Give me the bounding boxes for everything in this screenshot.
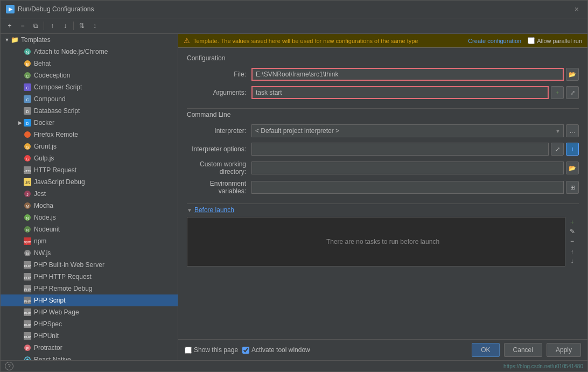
launch-add-button[interactable]: + [566,218,578,227]
tree-item-npm[interactable]: npm npm [1,235,178,247]
tree-item-gulp[interactable]: G Gulp.js [1,152,178,164]
close-button[interactable]: × [571,4,582,15]
before-launch-title[interactable]: Before launch [194,206,234,214]
interpreter-info-button[interactable]: i [566,143,579,156]
php-http-label: PHP HTTP Request [34,273,174,280]
gulp-icon: G [23,154,32,163]
tree-item-templates[interactable]: ▼ 📁 Templates [1,34,178,46]
tree-item-attach-node[interactable]: N Attach to Node.js/Chrome [1,46,178,58]
sort-button[interactable]: ⇅ [76,20,88,32]
tree-item-php-web[interactable]: PHP PHP Web Page [1,306,178,318]
move-up-button[interactable]: ↑ [46,20,58,32]
env-vars-field-wrap: ⊞ [251,181,579,194]
grunt-icon: G [23,142,32,151]
svg-text:N: N [26,216,29,220]
launch-edit-button[interactable]: ✎ [566,228,578,236]
cancel-button[interactable]: Cancel [504,343,542,357]
svg-text:C: C [26,98,29,102]
file-row: File: 📂 [187,67,579,81]
interpreter-options-input[interactable] [251,143,549,156]
remove-config-button[interactable]: − [17,20,29,32]
php-remote-icon: PHP [23,284,32,293]
env-vars-browse-button[interactable]: ⊞ [566,181,579,194]
show-page-label: Show this page [194,346,238,354]
arguments-field-wrap: + ⤢ [251,86,579,99]
svg-text:D: D [26,122,29,125]
react-native-label: React Native [34,356,174,360]
run-debug-dialog: ▶ Run/Debug Configurations × + − ⧉ ↑ ↓ ⇅… [0,0,588,372]
title-bar-left: ▶ Run/Debug Configurations [6,5,94,13]
tree-item-php-script[interactable]: PHP PHP Script [1,294,178,306]
php-web-icon: PHP [23,308,32,317]
launch-down-button[interactable]: ↓ [566,257,578,265]
tree-item-docker[interactable]: ▶ D Docker [1,117,178,129]
tree-item-protractor[interactable]: P Protractor [1,342,178,354]
launch-remove-button[interactable]: − [566,237,578,245]
nodeunit-label: Nodeunit [34,226,174,233]
title-bar: ▶ Run/Debug Configurations × [1,1,587,18]
nodejs-icon: N [23,213,32,222]
launch-up-button[interactable]: ↑ [566,248,578,256]
activate-tool-checkbox[interactable] [242,347,249,354]
tree-item-phpspec[interactable]: PHP PHPSpec [1,318,178,330]
tree-item-php-builtin[interactable]: PHP PHP Built-in Web Server [1,259,178,271]
svg-point-14 [24,131,31,138]
activate-tool-wrap: Activate tool window [242,346,310,354]
tree-item-jest[interactable]: J Jest [1,188,178,200]
help-button[interactable]: ? [5,362,13,370]
interpreter-select[interactable]: < Default project interpreter > [251,124,564,137]
apply-button[interactable]: Apply [547,343,581,357]
arguments-input[interactable] [251,86,549,99]
move-down-button[interactable]: ↓ [59,20,71,32]
working-dir-browse-button[interactable]: 📂 [566,162,579,174]
tree-item-firefox-remote[interactable]: Firefox Remote [1,129,178,141]
php-builtin-label: PHP Built-in Web Server [34,261,174,269]
interpreter-options-row: Interpreter options: ⤢ i [187,142,579,156]
ok-button[interactable]: OK [472,343,499,357]
arguments-expand-button[interactable]: ⤢ [566,86,579,99]
tree-item-react-native[interactable]: React Native [1,354,178,360]
tree-item-codeception[interactable]: C Codeception [1,69,178,81]
interpreter-select-wrap: < Default project interpreter > ▼ [251,124,564,137]
php-script-icon: PHP [23,296,32,305]
arguments-add-button[interactable]: + [551,86,564,99]
file-input[interactable] [251,68,564,81]
codeception-label: Codeception [34,72,174,79]
create-config-link[interactable]: Create configuration [468,38,521,44]
sort2-button[interactable]: ↕ [89,20,101,32]
tree-item-http-request[interactable]: HTTP HTTP Request [1,164,178,176]
launch-empty-message: There are no tasks to run before launch [187,217,578,266]
nodeunit-icon: N [23,225,32,234]
tree-item-mocha[interactable]: M Mocha [1,200,178,212]
env-vars-input[interactable] [251,181,564,194]
tree-item-nwjs[interactable]: N NW.js [1,247,178,259]
tree-item-phpunit[interactable]: PHP PHPUnit [1,330,178,342]
behat-icon: B [23,59,32,68]
file-browse-button[interactable]: 📂 [566,68,579,81]
tree-item-composer-script[interactable]: C Composer Script [1,81,178,93]
interpreter-browse-button[interactable]: … [566,124,579,137]
tree-item-grunt[interactable]: G Grunt.js [1,141,178,152]
banner-left: ⚠ Template. The values saved here will b… [184,37,418,45]
working-dir-input[interactable] [251,162,564,174]
before-launch-header[interactable]: ▼ Before launch [187,206,579,214]
attach-node-label: Attach to Node.js/Chrome [34,48,174,55]
arguments-row: Arguments: + ⤢ [187,86,579,100]
tree-item-behat[interactable]: B Behat [1,58,178,69]
tree-item-nodeunit[interactable]: N Nodeunit [1,223,178,235]
tree-item-javascript-debug[interactable]: JS JavaScript Debug [1,176,178,188]
tree-item-php-http[interactable]: PHP PHP HTTP Request [1,271,178,283]
allow-parallel-checkbox[interactable] [528,37,535,44]
nodejs-label: Node.js [34,214,174,221]
tree-item-php-remote[interactable]: PHP PHP Remote Debug [1,283,178,294]
before-launch-arrow: ▼ [187,207,192,213]
interp-options-expand-button[interactable]: ⤢ [551,143,564,156]
copy-config-button[interactable]: ⧉ [30,20,41,32]
tree-item-compound[interactable]: C Compound [1,93,178,105]
behat-label: Behat [34,60,174,67]
tree-item-nodejs[interactable]: N Node.js [1,212,178,223]
before-launch-content: There are no tasks to run before launch … [187,217,579,266]
add-config-button[interactable]: + [4,20,16,32]
tree-item-database-script[interactable]: D Database Script [1,105,178,117]
show-page-checkbox[interactable] [185,347,192,354]
